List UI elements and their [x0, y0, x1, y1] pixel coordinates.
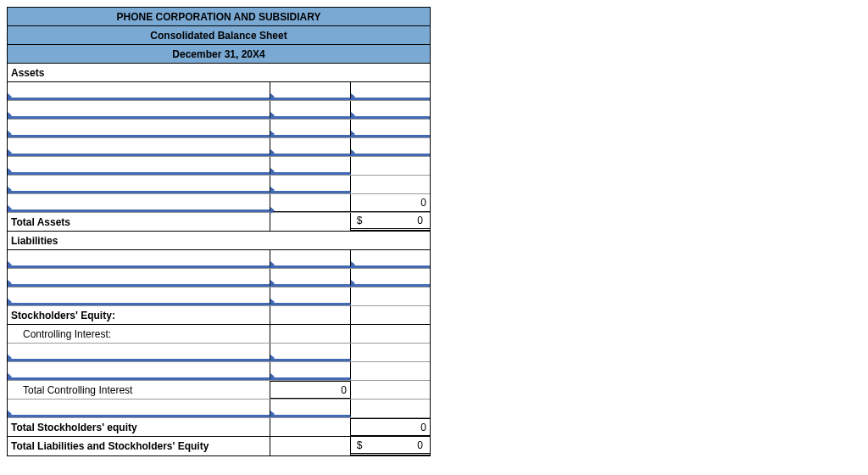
- total-liabilities-equity-value: 0: [368, 439, 426, 451]
- liab-right-input-1[interactable]: [351, 250, 430, 268]
- ci-mid-input-1[interactable]: [270, 344, 351, 361]
- total-assets-row: Total Assets $ 0: [8, 213, 430, 232]
- assets-label-input-2[interactable]: [8, 101, 270, 119]
- ci-right-static-2: [351, 362, 430, 380]
- assets-row-1: [8, 82, 430, 101]
- section-assets: Assets: [8, 64, 430, 82]
- total-stockholders-equity-value: 0: [351, 418, 430, 436]
- se-extra-row: [8, 400, 430, 418]
- total-assets-mid: [270, 213, 351, 231]
- header-date: December 31, 20X4: [8, 45, 430, 64]
- assets-label-input-1[interactable]: [8, 82, 270, 100]
- se-extra-mid-input[interactable]: [270, 400, 351, 417]
- liab-label-input-1[interactable]: [8, 250, 270, 268]
- assets-label-input-6[interactable]: [8, 176, 270, 193]
- header-company: PHONE CORPORATION AND SUBSIDIARY: [8, 8, 430, 26]
- assets-row-7: 0: [8, 194, 430, 213]
- section-liabilities: Liabilities: [8, 232, 430, 250]
- liab-label-input-3[interactable]: [8, 288, 270, 305]
- ci-right-static-1: [351, 344, 430, 361]
- assets-row-2: [8, 101, 430, 120]
- total-assets-value-cell: $ 0: [351, 213, 430, 231]
- assets-mid-input-2[interactable]: [270, 101, 351, 119]
- assets-right-static-5: [351, 157, 430, 175]
- se-mid-blank: [270, 306, 351, 324]
- total-liabilities-equity-label: Total Liabilities and Stockholders' Equi…: [8, 437, 270, 455]
- balance-sheet-table: PHONE CORPORATION AND SUBSIDIARY Consoli…: [7, 7, 431, 456]
- se-extra-right-static: [351, 400, 430, 417]
- tle-mid-blank: [270, 437, 351, 455]
- assets-row-4: [8, 138, 430, 157]
- ci-row-2: [8, 362, 430, 381]
- assets-right-input-1[interactable]: [351, 82, 430, 100]
- liab-right-input-2[interactable]: [351, 269, 430, 287]
- total-controlling-interest-value: 0: [270, 381, 351, 399]
- liab-label-input-2[interactable]: [8, 269, 270, 287]
- total-assets-label: Total Assets: [8, 213, 270, 231]
- total-assets-value: 0: [368, 215, 426, 226]
- assets-right-input-3[interactable]: [351, 120, 430, 137]
- total-stockholders-equity-label: Total Stockholders' equity: [8, 418, 270, 436]
- liab-mid-input-2[interactable]: [270, 269, 351, 287]
- controlling-interest-row: Controlling Interest:: [8, 325, 430, 344]
- liab-row-2: [8, 269, 430, 288]
- total-liabilities-equity-currency: $: [351, 439, 368, 451]
- header-title: Consolidated Balance Sheet: [8, 26, 430, 45]
- assets-label-input-4[interactable]: [8, 138, 270, 156]
- ci-label-input-2[interactable]: [8, 362, 270, 380]
- total-liabilities-equity-row: Total Liabilities and Stockholders' Equi…: [8, 437, 430, 455]
- assets-mid-input-3[interactable]: [270, 120, 351, 137]
- se-extra-label-input[interactable]: [8, 400, 270, 417]
- ci-mid-blank: [270, 325, 351, 343]
- total-controlling-interest-label: Total Controlling Interest: [8, 381, 270, 399]
- total-stockholders-equity-row: Total Stockholders' equity 0: [8, 418, 430, 437]
- liab-mid-input-1[interactable]: [270, 250, 351, 268]
- assets-row-5: [8, 157, 430, 176]
- liab-row-1: [8, 250, 430, 269]
- assets-row-6: [8, 176, 430, 194]
- ci-row-1: [8, 344, 430, 362]
- assets-subtotal-value: 0: [351, 194, 430, 212]
- ci-right-blank: [351, 325, 430, 343]
- liab-mid-input-3[interactable]: [270, 288, 351, 305]
- ci-mid-input-2[interactable]: [270, 362, 351, 380]
- assets-mid-input-7[interactable]: [270, 194, 351, 212]
- assets-right-input-4[interactable]: [351, 138, 430, 156]
- tci-right-blank: [351, 381, 430, 399]
- assets-mid-input-6[interactable]: [270, 176, 351, 193]
- assets-label-input-3[interactable]: [8, 120, 270, 137]
- section-stockholders-equity: Stockholders' Equity:: [8, 306, 430, 325]
- controlling-interest-label: Controlling Interest:: [8, 325, 270, 343]
- assets-label-input-5[interactable]: [8, 157, 270, 175]
- assets-label-input-7[interactable]: [8, 194, 270, 212]
- assets-mid-input-4[interactable]: [270, 138, 351, 156]
- liab-row-3: [8, 288, 430, 306]
- assets-right-input-2[interactable]: [351, 101, 430, 119]
- assets-right-static-6: [351, 176, 430, 193]
- stockholders-equity-label: Stockholders' Equity:: [8, 306, 270, 324]
- liab-right-static-3: [351, 288, 430, 305]
- ci-label-input-1[interactable]: [8, 344, 270, 361]
- se-right-blank: [351, 306, 430, 324]
- assets-mid-input-5[interactable]: [270, 157, 351, 175]
- tse-mid-blank: [270, 418, 351, 436]
- assets-mid-input-1[interactable]: [270, 82, 351, 100]
- total-assets-currency: $: [351, 215, 368, 226]
- total-liabilities-equity-value-cell: $ 0: [351, 437, 430, 455]
- total-controlling-interest-row: Total Controlling Interest 0: [8, 381, 430, 400]
- assets-row-3: [8, 120, 430, 138]
